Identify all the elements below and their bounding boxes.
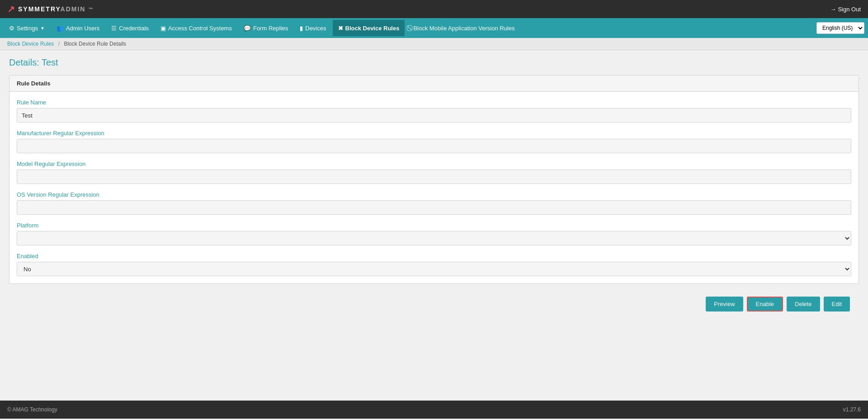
main-content: Details: Test Rule Details Rule Name Man… (0, 50, 868, 401)
platform-group: Platform Android iOS Windows (17, 222, 851, 245)
enabled-group: Enabled No Yes (17, 253, 851, 276)
enable-button[interactable]: Enable (747, 297, 783, 311)
rule-name-group: Rule Name (17, 99, 851, 123)
page-title: Details: Test (9, 57, 859, 68)
nav-item-devices[interactable]: ▮ Devices (294, 20, 331, 36)
access-control-icon: ▣ (160, 25, 166, 32)
card-body: Rule Name Manufacturer Regular Expressio… (9, 92, 859, 283)
footer: © AMAG Technology v1.27.6 (0, 401, 868, 419)
platform-label: Platform (17, 222, 851, 229)
rule-details-card: Rule Details Rule Name Manufacturer Regu… (9, 75, 859, 284)
rule-name-input[interactable] (17, 108, 851, 123)
breadcrumb: Block Device Rules / Block Device Rule D… (0, 38, 868, 50)
nav-item-credentials[interactable]: ☰ Credentials (106, 20, 154, 36)
nav-item-block-device-rules[interactable]: ✖ Block Device Rules (333, 20, 405, 36)
platform-select[interactable]: Android iOS Windows (17, 231, 851, 245)
breadcrumb-separator: / (58, 41, 60, 47)
os-version-input[interactable] (17, 200, 851, 215)
breadcrumb-current: Block Device Rule Details (64, 41, 126, 47)
app-logo: ↗ SYMMETRYADMIN ™ (7, 4, 93, 14)
os-version-group: OS Version Regular Expression (17, 191, 851, 215)
action-bar: Preview Enable Delete Edit (9, 291, 859, 317)
model-input[interactable] (17, 170, 851, 184)
form-replies-icon: 💬 (244, 25, 251, 32)
nav-item-form-replies[interactable]: 💬 Form Replies (238, 20, 293, 36)
block-device-rules-icon: ✖ (338, 25, 343, 32)
manufacturer-label: Manufacturer Regular Expression (17, 130, 851, 137)
nav-item-block-mobile[interactable]: ⃠ Block Mobile Application Version Rules (406, 20, 520, 36)
nav-item-settings[interactable]: ⚙ Settings ▼ (4, 20, 50, 36)
model-label: Model Regular Expression (17, 160, 851, 167)
admin-users-icon: 👥 (57, 25, 64, 32)
manufacturer-group: Manufacturer Regular Expression (17, 130, 851, 153)
credentials-icon: ☰ (111, 25, 117, 32)
navbar: ⚙ Settings ▼ 👥 Admin Users ☰ Credentials… (0, 18, 868, 38)
settings-icon: ⚙ (9, 25, 14, 32)
nav-item-admin-users[interactable]: 👥 Admin Users (51, 20, 105, 36)
footer-version: v1.27.6 (843, 406, 861, 413)
topbar: ↗ SYMMETRYADMIN ™ → Sign Out (0, 0, 868, 18)
language-selector[interactable]: English (US) English (UK) French Spanish (816, 22, 864, 34)
enabled-select[interactable]: No Yes (17, 262, 851, 276)
os-version-label: OS Version Regular Expression (17, 191, 851, 198)
sign-out-icon: → (830, 6, 836, 13)
dropdown-arrow-icon: ▼ (40, 26, 45, 31)
rule-name-label: Rule Name (17, 99, 851, 106)
delete-button[interactable]: Delete (787, 297, 820, 311)
logo-text: SYMMETRYADMIN (18, 5, 85, 13)
preview-button[interactable]: Preview (706, 297, 743, 311)
breadcrumb-link-block-device-rules[interactable]: Block Device Rules (7, 41, 54, 47)
card-header: Rule Details (9, 76, 859, 92)
nav-item-access-control[interactable]: ▣ Access Control Systems (155, 20, 237, 36)
devices-icon: ▮ (300, 25, 303, 32)
model-group: Model Regular Expression (17, 160, 851, 184)
footer-copyright: © AMAG Technology (7, 406, 57, 413)
logo-sym: ↗ (7, 4, 15, 14)
sign-out-button[interactable]: → Sign Out (830, 6, 861, 13)
manufacturer-input[interactable] (17, 139, 851, 153)
edit-button[interactable]: Edit (824, 297, 850, 311)
enabled-label: Enabled (17, 253, 851, 260)
